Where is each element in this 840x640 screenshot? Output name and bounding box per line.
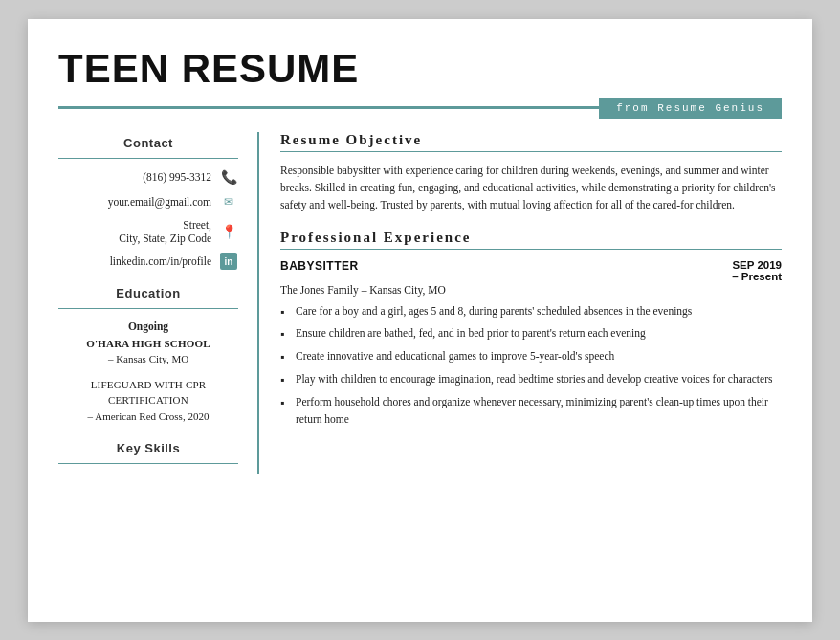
- job-title: BABYSITTER: [280, 259, 359, 273]
- education-school: O'HARA HIGH SCHOOL: [58, 336, 238, 352]
- header-bar: from Resume Genius: [58, 98, 782, 119]
- phone-text: (816) 995-3312: [143, 170, 211, 185]
- address-text: Street,City, State, Zip Code: [119, 218, 211, 247]
- education-cert: LIFEGUARD WITH CPRCeRTiFiCATiON: [58, 377, 238, 408]
- education-section-title: Education: [58, 286, 238, 300]
- contact-section-title: Contact: [58, 136, 238, 150]
- job-date-end: – Present: [732, 271, 782, 282]
- sidebar: Contact (816) 995-3312 📞 your.email@gmai…: [58, 132, 259, 474]
- bullet-3: Create innovative and educational games …: [280, 348, 782, 365]
- linkedin-text: linkedin.com/in/profile: [110, 254, 211, 269]
- experience-section-title: Professional Experience: [280, 230, 782, 250]
- job-bullets: Care for a boy and a girl, ages 5 and 8,…: [280, 303, 782, 429]
- contact-linkedin: linkedin.com/in/profile in: [58, 252, 238, 271]
- main-content: Resume Objective Responsible babysitter …: [259, 132, 782, 474]
- key-skills-section-title: Key Skills: [58, 441, 238, 455]
- key-skills-divider: [58, 463, 238, 464]
- education-cert-org: – American Red Cross, 2020: [58, 408, 238, 425]
- main-columns: Contact (816) 995-3312 📞 your.email@gmai…: [58, 132, 782, 474]
- header-badge: from Resume Genius: [599, 98, 782, 119]
- email-icon: ✉: [219, 193, 238, 212]
- job-header-row: BABYSITTER SEP 2019 – Present: [280, 259, 782, 282]
- bullet-5: Perform household chores and organize wh…: [280, 394, 782, 429]
- education-status: Ongoing: [58, 319, 238, 335]
- header-line: [58, 106, 599, 109]
- contact-phone: (816) 995-3312 📞: [58, 168, 238, 188]
- education-block: Ongoing O'HARA HIGH SCHOOL – Kansas City…: [58, 319, 238, 424]
- linkedin-icon: in: [219, 252, 238, 271]
- objective-text: Responsible babysitter with experience c…: [280, 162, 782, 214]
- bullet-2: Ensure children are bathed, fed, and in …: [280, 325, 782, 342]
- education-location: – Kansas City, MO: [58, 351, 238, 367]
- objective-section-title: Resume Objective: [280, 132, 782, 152]
- education-divider: [58, 308, 238, 309]
- resume-document: TEEN RESUME from Resume Genius Contact (…: [28, 19, 812, 622]
- contact-email: your.email@gmail.com ✉: [58, 193, 238, 212]
- job-company: The Jones Family – Kansas City, MO: [280, 284, 782, 296]
- contact-address: Street,City, State, Zip Code 📍: [58, 218, 238, 247]
- phone-icon: 📞: [219, 168, 238, 188]
- job-date-start: SEP 2019: [732, 259, 782, 271]
- contact-divider: [58, 158, 238, 159]
- job-date: SEP 2019 – Present: [732, 259, 782, 282]
- bullet-1: Care for a boy and a girl, ages 5 and 8,…: [280, 303, 782, 320]
- email-text: your.email@gmail.com: [108, 195, 211, 210]
- resume-title: TEEN RESUME: [58, 46, 782, 92]
- bullet-4: Play with children to encourage imaginat…: [280, 371, 782, 388]
- location-icon: 📍: [219, 222, 238, 241]
